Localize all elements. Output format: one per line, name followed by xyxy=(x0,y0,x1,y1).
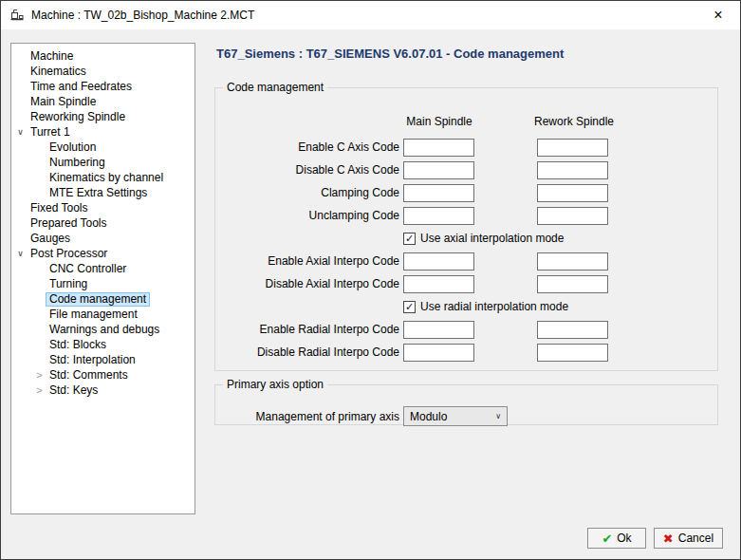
clamping-code-rework-spindle-input[interactable] xyxy=(537,184,608,202)
disable-axial-interpo-code-rework-spindle-input[interactable] xyxy=(537,275,608,293)
ok-check-icon: ✔ xyxy=(602,532,612,545)
primary-axis-dropdown[interactable]: Modulo ∨ xyxy=(403,406,508,426)
cancel-button-label: Cancel xyxy=(678,532,713,545)
disable-c-axis-code-main-spindle-input[interactable] xyxy=(403,161,474,179)
machine-app-icon xyxy=(9,8,25,23)
sidebar-item-label: Kinematics by channel xyxy=(46,171,167,185)
enable-radial-interpo-code-main-spindle-input[interactable] xyxy=(403,321,474,339)
enable-c-axis-code-rework-spindle-input[interactable] xyxy=(537,139,608,157)
field-label: Enable C Axis Code xyxy=(215,140,399,154)
sidebar-item-evolution[interactable]: Evolution xyxy=(11,140,195,155)
sidebar-item-kinematics[interactable]: Kinematics xyxy=(11,64,195,79)
field-row-disable-radial-interpo-code: Disable Radial Interpo Code xyxy=(215,341,717,364)
sidebar-item-cnc-controller[interactable]: CNC Controller xyxy=(11,261,195,276)
sidebar-item-label: Std: Blocks xyxy=(46,338,110,352)
sidebar-item-label: Time and Feedrates xyxy=(27,80,136,94)
enable-axial-interpo-code-rework-spindle-input[interactable] xyxy=(537,252,608,271)
sidebar-item-code-management[interactable]: Code management xyxy=(11,291,195,307)
sidebar-item-fixed-tools[interactable]: Fixed Tools xyxy=(11,200,195,215)
sidebar-item-label: Post Processor xyxy=(27,247,111,261)
field-label: Enable Radial Interpo Code xyxy=(215,323,399,336)
primary-axis-group: Primary axis option Management of primar… xyxy=(214,378,718,425)
chevron-expanded-icon[interactable]: ∨ xyxy=(14,249,27,258)
field-label: Clamping Code xyxy=(215,186,399,199)
field-label: Unclamping Code xyxy=(215,209,399,222)
sidebar-item-label: Warnings and debugs xyxy=(46,323,163,337)
sidebar-item-machine[interactable]: Machine xyxy=(11,48,195,64)
primary-axis-group-legend: Primary axis option xyxy=(223,378,327,391)
cancel-button[interactable]: ✖ Cancel xyxy=(654,528,723,549)
sidebar-item-turret-1[interactable]: ∨Turret 1 xyxy=(11,124,195,140)
code-management-group: Code management Main Spindle Rework Spin… xyxy=(214,81,718,371)
disable-radial-interpo-code-rework-spindle-input[interactable] xyxy=(537,344,608,362)
close-icon[interactable]: × xyxy=(696,1,740,29)
field-row-unclamping-code: Unclamping Code xyxy=(215,204,717,227)
sidebar-item-kinematics-by-channel[interactable]: Kinematics by channel xyxy=(11,170,195,185)
sidebar-item-label: Fixed Tools xyxy=(27,201,91,215)
window-title: Machine : TW_02b_Bishop_Machine 2.MCT xyxy=(31,9,254,22)
disable-c-axis-code-rework-spindle-input[interactable] xyxy=(537,161,608,179)
checkbox-label: Use radial interpolation mode xyxy=(420,300,568,313)
sidebar-item-std-comments[interactable]: >Std: Comments xyxy=(11,367,195,383)
checkbox-label: Use axial interpolation mode xyxy=(420,232,564,245)
primary-axis-row: Management of primary axis Modulo ∨ xyxy=(215,406,717,426)
field-label: Enable Axial Interpo Code xyxy=(215,254,399,268)
checkbox-row-use-radial-interpolation-mode: ✓Use radial interpolation mode xyxy=(215,295,717,318)
use-radial-interpolation-mode-checkbox[interactable]: ✓ xyxy=(403,301,416,313)
code-management-group-legend: Code management xyxy=(223,81,327,94)
sidebar-item-std-blocks[interactable]: Std: Blocks xyxy=(11,337,195,352)
sidebar-item-prepared-tools[interactable]: Prepared Tools xyxy=(11,215,195,231)
ok-button[interactable]: ✔ Ok xyxy=(587,528,646,549)
sidebar-item-label: Code management xyxy=(46,292,150,307)
sidebar-item-time-and-feedrates[interactable]: Time and Feedrates xyxy=(11,79,195,94)
chevron-expanded-icon[interactable]: ∨ xyxy=(14,127,27,137)
sidebar-item-label: Kinematics xyxy=(27,65,90,79)
sidebar-item-label: Main Spindle xyxy=(27,95,100,109)
management-of-primary-axis-label: Management of primary axis xyxy=(215,410,399,423)
page-title: T67_Siemens : T67_SIEMENS V6.07.01 - Cod… xyxy=(216,47,564,61)
sidebar-item-std-keys[interactable]: >Std: Keys xyxy=(11,383,195,398)
sidebar-item-label: Turning xyxy=(46,277,91,291)
sidebar-item-label: Machine xyxy=(27,49,77,64)
machine-dialog: Machine : TW_02b_Bishop_Machine 2.MCT × … xyxy=(0,0,741,560)
clamping-code-main-spindle-input[interactable] xyxy=(403,184,474,202)
dialog-buttons: ✔ Ok ✖ Cancel xyxy=(587,528,723,549)
sidebar-item-gauges[interactable]: Gauges xyxy=(11,231,195,246)
field-row-clamping-code: Clamping Code xyxy=(215,181,717,204)
column-header-main-spindle: Main Spindle xyxy=(406,115,472,128)
sidebar-item-warnings-and-debugs[interactable]: Warnings and debugs xyxy=(11,322,195,337)
titlebar: Machine : TW_02b_Bishop_Machine 2.MCT × xyxy=(1,1,740,29)
field-row-disable-c-axis-code: Disable C Axis Code xyxy=(215,159,717,181)
use-axial-interpolation-mode-checkbox[interactable]: ✓ xyxy=(403,233,416,245)
sidebar-item-post-processor[interactable]: ∨Post Processor xyxy=(11,246,195,261)
ok-button-label: Ok xyxy=(617,532,631,545)
sidebar-item-mte-extra-settings[interactable]: MTE Extra Settings xyxy=(11,185,195,200)
field-row-enable-axial-interpo-code: Enable Axial Interpo Code xyxy=(215,250,717,272)
disable-axial-interpo-code-main-spindle-input[interactable] xyxy=(403,275,474,293)
sidebar-item-numbering[interactable]: Numbering xyxy=(11,155,195,170)
field-label: Disable Radial Interpo Code xyxy=(215,345,399,359)
sidebar-item-label: Gauges xyxy=(27,232,74,246)
disable-radial-interpo-code-main-spindle-input[interactable] xyxy=(403,344,474,362)
field-row-enable-radial-interpo-code: Enable Radial Interpo Code xyxy=(215,318,717,341)
chevron-collapsed-icon[interactable]: > xyxy=(33,369,46,381)
checkbox-row-use-axial-interpolation-mode: ✓Use axial interpolation mode xyxy=(215,227,717,250)
sidebar-item-label: Turret 1 xyxy=(27,125,74,140)
sidebar-item-std-interpolation[interactable]: Std: Interpolation xyxy=(11,352,195,367)
enable-axial-interpo-code-main-spindle-input[interactable] xyxy=(403,252,474,271)
sidebar-item-label: Evolution xyxy=(46,140,100,155)
unclamping-code-rework-spindle-input[interactable] xyxy=(537,207,608,225)
enable-c-axis-code-main-spindle-input[interactable] xyxy=(403,139,474,157)
field-row-disable-axial-interpo-code: Disable Axial Interpo Code xyxy=(215,272,717,295)
sidebar-item-label: File management xyxy=(46,308,141,322)
sidebar-item-label: Std: Keys xyxy=(46,383,102,398)
sidebar-item-reworking-spindle[interactable]: Reworking Spindle xyxy=(11,109,195,124)
sidebar-item-main-spindle[interactable]: Main Spindle xyxy=(11,94,195,109)
sidebar-item-file-management[interactable]: File management xyxy=(11,307,195,322)
sidebar-item-label: MTE Extra Settings xyxy=(46,186,151,200)
sidebar-item-label: Reworking Spindle xyxy=(27,110,129,124)
sidebar-item-turning[interactable]: Turning xyxy=(11,276,195,291)
enable-radial-interpo-code-rework-spindle-input[interactable] xyxy=(537,321,608,339)
chevron-collapsed-icon[interactable]: > xyxy=(33,384,46,396)
unclamping-code-main-spindle-input[interactable] xyxy=(403,207,474,225)
